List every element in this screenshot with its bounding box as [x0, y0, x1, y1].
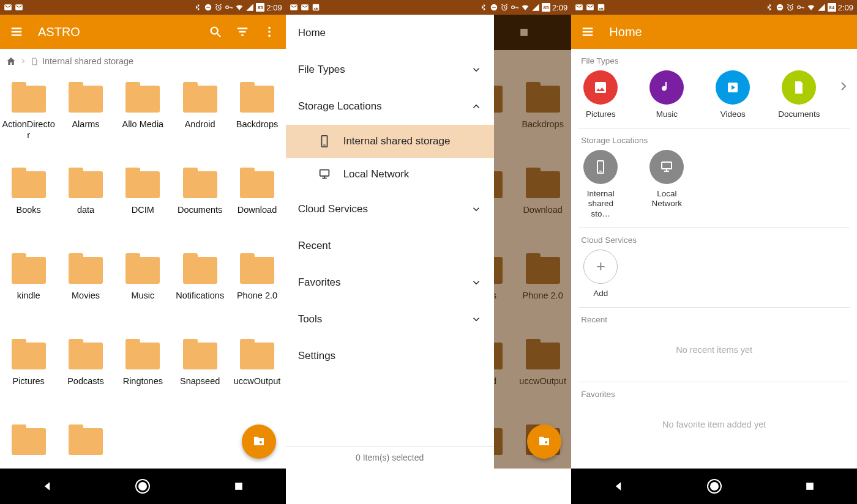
folder-item[interactable]: uccwOutput	[228, 330, 285, 416]
chevron-down-icon	[471, 64, 482, 75]
app-bar: ASTRO	[0, 15, 286, 49]
folder-item[interactable]: Backdrops	[228, 73, 285, 159]
folder-icon	[181, 253, 219, 284]
chevron-down-icon	[471, 277, 482, 288]
folder-item[interactable]: Android	[171, 73, 228, 159]
navigation-drawer: Home File Types Storage Locations Intern…	[286, 15, 494, 469]
folder-icon	[10, 82, 48, 113]
folder-item[interactable]: DCIM	[114, 159, 171, 245]
chip-label: Pictures	[586, 109, 616, 119]
wifi-icon	[807, 3, 815, 12]
nav-recent-icon[interactable]	[233, 480, 245, 492]
drawer-item-storage-locations[interactable]: Storage Locations	[286, 88, 494, 125]
drawer-item-internal-storage[interactable]: Internal shared storage	[286, 125, 494, 158]
folder-item[interactable]: kindle	[0, 245, 57, 330]
drawer-item-home[interactable]: Home	[286, 15, 494, 51]
vpn-key-icon	[511, 3, 519, 12]
network-icon	[318, 168, 331, 181]
folder-item[interactable]: Books	[0, 159, 57, 245]
file-type-chip[interactable]: Pictures	[578, 70, 623, 119]
folder-item[interactable]: Documents	[171, 159, 228, 245]
nav-recent-icon[interactable]	[804, 480, 816, 492]
home-icon[interactable]	[6, 56, 16, 66]
folder-item[interactable]	[57, 416, 114, 469]
nav-back-icon[interactable]	[612, 480, 624, 492]
file-type-chip[interactable]: Music	[645, 70, 689, 119]
chevron-down-icon	[471, 204, 482, 215]
chip-label: Documents	[778, 109, 820, 119]
hamburger-menu-icon[interactable]	[10, 25, 23, 39]
file-type-chip[interactable]: Videos	[711, 70, 755, 119]
drawer-item-favorites[interactable]: Favorites	[286, 264, 494, 301]
folder-item[interactable]: Movies	[57, 245, 114, 330]
gmail-icon	[301, 3, 309, 12]
folder-item[interactable]: Download	[228, 159, 285, 245]
fab-add-button[interactable]	[242, 424, 276, 459]
folder-icon	[238, 82, 276, 113]
folder-label: Backdrops	[236, 119, 279, 130]
storage-chip[interactable]: Local Network	[645, 150, 689, 209]
nav-back-icon[interactable]	[41, 480, 53, 492]
breadcrumb[interactable]: Internal shared storage	[0, 49, 286, 73]
folder-item[interactable]: Phone 2.0	[228, 245, 285, 330]
folder-item[interactable]: Podcasts	[57, 330, 114, 416]
folder-icon	[67, 168, 105, 198]
drawer-item-file-types[interactable]: File Types	[286, 51, 494, 88]
android-nav-bar	[571, 469, 857, 504]
dnd-icon	[490, 3, 498, 12]
drawer-item-recent[interactable]: Recent	[286, 228, 494, 264]
folder-label: Alarms	[72, 119, 99, 130]
add-cloud-button[interactable]: + Add	[578, 250, 623, 298]
folder-item[interactable]: Pictures	[0, 330, 57, 416]
search-icon[interactable]	[209, 25, 222, 39]
folder-item[interactable]: Allo Media	[114, 73, 171, 159]
nav-home-icon[interactable]	[707, 479, 722, 494]
folder-item[interactable]: ActionDirector	[0, 73, 57, 159]
drawer-item-cloud-services[interactable]: Cloud Services	[286, 191, 494, 228]
plus-icon: +	[583, 250, 618, 284]
folder-icon	[238, 339, 276, 369]
section-header-cloud: Cloud Services	[578, 228, 850, 250]
drawer-item-local-network[interactable]: Local Network	[286, 158, 494, 191]
alarm-icon	[214, 3, 223, 12]
section-header-file-types: File Types	[578, 49, 850, 70]
bluetooth-icon	[479, 3, 488, 12]
overflow-menu-icon[interactable]	[263, 25, 276, 39]
android-nav-bar	[0, 469, 286, 504]
folder-item[interactable]: data	[57, 159, 114, 245]
drawer-item-tools[interactable]: Tools	[286, 301, 494, 338]
alarm-icon	[786, 3, 795, 12]
folder-item[interactable]: Alarms	[57, 73, 114, 159]
chip-label: Music	[656, 109, 678, 119]
folder-label: Podcasts	[67, 376, 104, 387]
folder-icon	[181, 339, 219, 369]
folder-icon	[124, 339, 162, 369]
chevron-right-icon[interactable]	[836, 79, 851, 94]
folder-item[interactable]: Snapseed	[171, 330, 228, 416]
gmail-icon	[4, 3, 12, 12]
folder-icon	[124, 168, 162, 198]
folder-item[interactable]	[0, 416, 57, 469]
folder-grid[interactable]: ActionDirectorAlarmsAllo MediaAndroidBac…	[0, 73, 286, 469]
filter-icon[interactable]	[236, 25, 249, 39]
folder-icon	[124, 82, 162, 113]
folder-item[interactable]: Notifications	[171, 245, 228, 330]
folder-item[interactable]: Music	[114, 245, 171, 330]
folder-item[interactable]: Ringtones	[114, 330, 171, 416]
folder-label: Notifications	[176, 290, 224, 301]
storage-chip[interactable]: Internal shared sto…	[578, 150, 623, 219]
folder-icon	[10, 424, 48, 455]
nav-home-icon[interactable]	[135, 479, 150, 494]
cell-signal-icon	[245, 3, 254, 12]
chip-icon	[725, 80, 740, 95]
hamburger-menu-icon[interactable]	[581, 25, 594, 39]
fab-add-button[interactable]	[527, 424, 561, 459]
gmail-icon	[575, 3, 583, 12]
recent-empty-text: No recent items yet	[578, 329, 850, 373]
file-type-chip[interactable]: Documents	[777, 70, 821, 119]
screen-drawer-open: 85 2:09 oidBackdropsu-tsDownloadca-nsPho…	[286, 0, 572, 504]
app-title: ASTRO	[38, 25, 194, 39]
vpn-key-icon	[796, 3, 805, 12]
phone-icon	[318, 135, 331, 148]
drawer-item-settings[interactable]: Settings	[286, 338, 494, 374]
